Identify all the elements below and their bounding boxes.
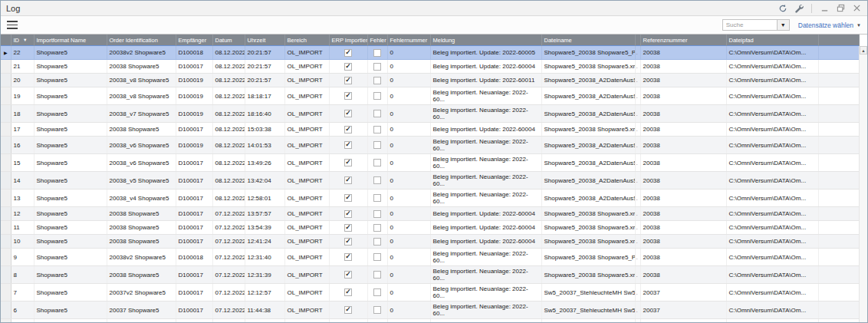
cell-dot[interactable]: . (635, 302, 640, 319)
cell-meldung[interactable]: Beleg importiert. Neuanlage: 2022-60... (430, 87, 541, 105)
cell-empfaenger[interactable]: D100018 (176, 46, 212, 60)
cell-erp[interactable]: ✓ (329, 190, 367, 207)
cell-dateiname[interactable]: Shopware5_20038 Shopware5.xml (541, 123, 635, 137)
cell-meldung[interactable]: Beleg importiert. Update: 2022-60004 (430, 207, 541, 221)
cell-fehlernummer[interactable]: 0 (387, 123, 430, 137)
cell-meldung[interactable]: Beleg importiert. Neuanlage: 2022-60... (430, 249, 541, 266)
cell-bereich[interactable]: OL_IMPORT (284, 60, 329, 74)
error-checkbox[interactable] (373, 110, 381, 117)
cell-importformat[interactable]: Shopware5 (34, 74, 107, 87)
error-checkbox[interactable] (373, 210, 381, 218)
cell-id[interactable]: 11 (11, 221, 34, 235)
cell-dot[interactable]: . (635, 266, 640, 284)
cell-dateiname[interactable]: Shopware5_20038 Shopware5.xml (541, 221, 635, 235)
cell-dateipfad[interactable]: C:\OmniVersum\DATA\Om... (726, 249, 818, 266)
cell-uhrzeit[interactable]: 12:31:39 (245, 266, 284, 284)
cell-dateiname[interactable]: Shopware5_20038_A2DatenAusStam... (541, 105, 635, 123)
cell-bereich[interactable]: OL_IMPORT (284, 207, 329, 221)
cell-dateiname[interactable]: Shopware5_20038 Shopware5.xml (541, 266, 635, 284)
cell-bereich[interactable]: OL_IMPORT (284, 74, 329, 87)
cell-fehler[interactable] (367, 74, 387, 87)
cell-erp[interactable]: ✓ (329, 154, 367, 172)
cell-selector[interactable] (1, 87, 11, 105)
cell-dateipfad[interactable]: C:\OmniVersum\DATA\Om... (726, 105, 818, 123)
error-checkbox[interactable] (373, 77, 381, 84)
cell-selector[interactable] (1, 221, 11, 235)
cell-id[interactable]: 9 (11, 249, 34, 266)
cell-meldung[interactable]: Beleg importiert. Neuanlage: 2022-60... (430, 137, 541, 154)
cell-fehler[interactable] (367, 235, 387, 249)
cell-dateipfad[interactable]: C:\OmniVersum\DATA\Om... (726, 284, 818, 302)
cell-referenznummer[interactable]: 20037 (640, 284, 726, 302)
cell-fehler[interactable] (367, 46, 387, 60)
cell-selector[interactable] (1, 284, 11, 302)
cell-erp[interactable]: ✓ (329, 235, 367, 249)
error-checkbox[interactable] (373, 238, 381, 246)
cell-id[interactable]: 17 (11, 123, 34, 137)
cell-empfaenger[interactable]: D100017 (176, 302, 212, 319)
cell-bereich[interactable]: OL_IMPORT (284, 284, 329, 302)
cell-erp[interactable]: ✓ (329, 123, 367, 137)
cell-dateipfad[interactable]: C:\OmniVersum\DATA\Om... (726, 137, 818, 154)
records-select-button[interactable]: Datensätze wählen ▼ (798, 21, 861, 29)
cell-fehlernummer[interactable]: 0 (387, 266, 430, 284)
cell-importformat[interactable]: Shopware5 (34, 87, 107, 105)
error-checkbox[interactable] (373, 306, 381, 314)
cell-uhrzeit[interactable]: 13:49:26 (245, 154, 284, 172)
cell-id[interactable]: 19 (11, 87, 34, 105)
cell-id[interactable]: 12 (11, 207, 34, 221)
cell-dateiname[interactable]: Shopware5_20038_A2DatenAusStam... (541, 172, 635, 190)
error-checkbox[interactable] (373, 63, 381, 71)
cell-id[interactable]: 13 (11, 190, 34, 207)
cell-empfaenger[interactable]: D100019 (176, 137, 212, 154)
vertical-scrollbar[interactable]: ▲ (859, 46, 867, 323)
cell-uhrzeit[interactable]: 13:54:39 (245, 221, 284, 235)
error-checkbox[interactable] (373, 253, 381, 261)
column-header-fehler[interactable]: Fehler (367, 35, 387, 46)
column-header-empfaenger[interactable]: Empfänger (176, 35, 212, 46)
cell-referenznummer[interactable]: 20037 (640, 319, 726, 323)
cell-bereich[interactable]: OL_IMPORT (284, 235, 329, 249)
column-header-datum[interactable]: Datum (212, 35, 245, 46)
cell-dot[interactable]: . (635, 105, 640, 123)
cell-dateiname[interactable]: Shopware5_20038 Shopware5.xml (541, 207, 635, 221)
wrench-icon[interactable] (794, 3, 804, 13)
menu-icon[interactable] (7, 21, 18, 29)
cell-importformat[interactable]: Shopware5 (34, 46, 107, 60)
cell-bereich[interactable]: OL_IMPORT (284, 137, 329, 154)
cell-fehler[interactable] (367, 105, 387, 123)
cell-datum[interactable]: 08.12.2022 (212, 87, 245, 105)
cell-dateipfad[interactable]: C:\OmniVersum\DATA\Om... (726, 172, 818, 190)
cell-uhrzeit[interactable]: 13:42:04 (245, 172, 284, 190)
cell-id[interactable]: 16 (11, 137, 34, 154)
erp-imported-checkbox[interactable]: ✓ (344, 141, 352, 149)
cell-datum[interactable]: 08.12.2022 (212, 123, 245, 137)
column-header-dateipfad[interactable]: Dateipfad (726, 35, 818, 46)
cell-bereich[interactable]: OL_IMPORT (284, 221, 329, 235)
cell-dateiname[interactable]: Sw5_20037_StehleuchteMH Sw5.xml (541, 284, 635, 302)
cell-dateiname[interactable]: Shopware5_20038 Shopware5_PW_N... (541, 46, 635, 60)
cell-referenznummer[interactable]: 20038 (640, 221, 726, 235)
cell-referenznummer[interactable]: 20038 (640, 266, 726, 284)
cell-importformat[interactable]: Shopware5 (34, 249, 107, 266)
cell-datum[interactable]: 08.12.2022 (212, 172, 245, 190)
cell-dateipfad[interactable]: C:\OmniVersum\DATA\Om... (726, 46, 818, 60)
cell-meldung[interactable]: Beleg importiert. Update: 2022-60004 (430, 235, 541, 249)
cell-importformat[interactable]: Shopware5 (34, 221, 107, 235)
erp-imported-checkbox[interactable]: ✓ (344, 271, 352, 279)
cell-bereich[interactable]: OL_IMPORT (284, 319, 329, 323)
cell-datum[interactable]: 08.12.2022 (212, 105, 245, 123)
cell-importformat[interactable]: Shopware5 (34, 207, 107, 221)
column-header-dateiname[interactable]: Dateiname (541, 35, 635, 46)
cell-bereich[interactable]: OL_IMPORT (284, 249, 329, 266)
erp-imported-checkbox[interactable]: ✓ (344, 176, 352, 184)
erp-imported-checkbox[interactable]: ✓ (344, 288, 352, 296)
erp-imported-checkbox[interactable]: ✓ (344, 306, 352, 314)
cell-erp[interactable]: ✓ (329, 221, 367, 235)
cell-order[interactable]: 20038_v8 Shopware5 (107, 74, 176, 87)
cell-fehler[interactable] (367, 207, 387, 221)
erp-imported-checkbox[interactable]: ✓ (344, 110, 352, 117)
cell-fehler[interactable] (367, 249, 387, 266)
cell-selector[interactable] (1, 74, 11, 87)
erp-imported-checkbox[interactable]: ✓ (344, 238, 352, 246)
